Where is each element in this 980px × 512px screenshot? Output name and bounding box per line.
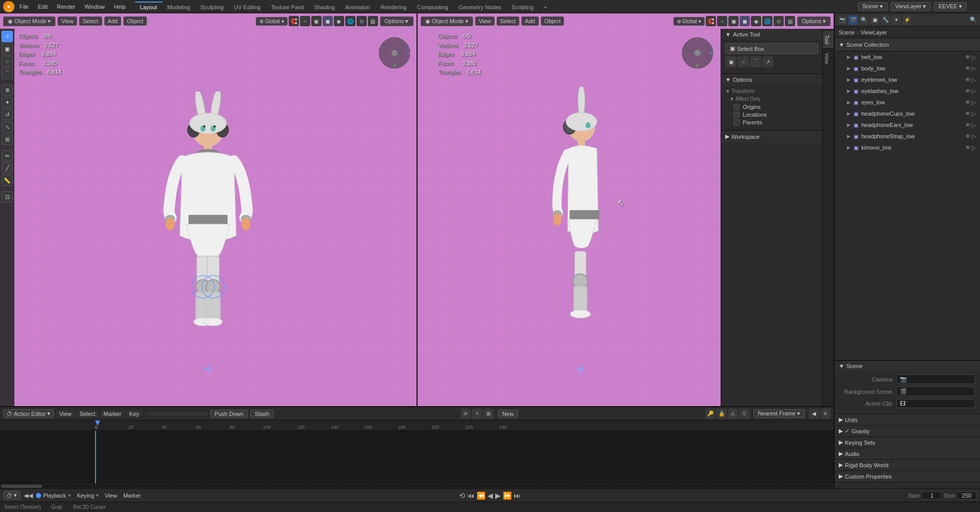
- scene-breadcrumb[interactable]: Scene: [839, 29, 855, 35]
- engine-selector[interactable]: EEVEE ▾: [934, 2, 967, 11]
- sp-custom-header[interactable]: ▶ Custom Properties: [835, 471, 980, 482]
- tool-select-lasso[interactable]: ⌒: [2, 68, 13, 79]
- tab-add[interactable]: +: [539, 2, 552, 12]
- ae-scrollbar[interactable]: [0, 483, 834, 488]
- ae-scroll-track[interactable]: [1, 485, 833, 488]
- tool-icon-lasso[interactable]: ⌒: [750, 56, 761, 67]
- sc-item-eyelashes[interactable]: ▶ ▣ eyelashes_low 👁 ▷: [835, 85, 980, 97]
- pb-play-btn[interactable]: ▶: [495, 491, 501, 500]
- ae-action-field[interactable]: [146, 413, 208, 415]
- bb-end-field[interactable]: 250: [956, 491, 977, 500]
- ae-view-btn[interactable]: View: [56, 410, 74, 417]
- tool-icon-select[interactable]: ▣: [725, 56, 737, 67]
- tool-measure[interactable]: 📏: [2, 175, 13, 186]
- ae-content[interactable]: [0, 431, 834, 483]
- menu-file[interactable]: File: [15, 3, 33, 11]
- vp-left-select-btn[interactable]: Select: [79, 16, 102, 26]
- vp-right-prop-btn[interactable]: ○: [717, 16, 727, 26]
- ae-push-down-btn[interactable]: Push Down: [210, 410, 248, 418]
- shading-wire[interactable]: ▣: [311, 16, 322, 26]
- vp-right-object-btn[interactable]: Object: [541, 16, 564, 26]
- parents-cb[interactable]: [733, 119, 740, 125]
- ae-lock-icon[interactable]: 🔒: [717, 409, 727, 419]
- sp-scene-header[interactable]: ▼ Scene: [835, 361, 980, 371]
- ae-settings-btn[interactable]: ≡: [820, 409, 831, 419]
- pb-step-back-btn[interactable]: ⏪: [477, 491, 485, 500]
- ae-collapse-btn[interactable]: ◀: [809, 409, 819, 419]
- tool-icon-tweak[interactable]: ↗: [762, 56, 774, 67]
- overlay-btn[interactable]: ⊙: [356, 16, 367, 26]
- ae-filter-funnel[interactable]: ▽: [739, 409, 749, 419]
- shading-material[interactable]: ◉: [334, 16, 344, 26]
- tab-rendering[interactable]: Rendering: [375, 2, 412, 12]
- sc-icon-scene[interactable]: 🎬: [849, 15, 858, 25]
- viewlayer-selector[interactable]: ViewLayer ▾: [891, 2, 931, 11]
- vp-left-mode-btn[interactable]: ◉ Object Mode ▾: [3, 16, 55, 26]
- ae-sync-btn[interactable]: ⟳: [461, 409, 471, 419]
- ae-stash-btn[interactable]: Stash: [250, 410, 274, 418]
- tool-rotate[interactable]: ↺: [2, 109, 13, 120]
- tool-add[interactable]: ⊡: [2, 191, 13, 203]
- tool-cursor[interactable]: ✛: [2, 31, 13, 42]
- sc-item-headphone-strap[interactable]: ▶ ▣ headphoneStrap_low 👁 ▷: [835, 131, 980, 142]
- sc-item-body[interactable]: ▶ ▣ body_low 👁 ▷: [835, 63, 980, 74]
- origins-cb[interactable]: [733, 104, 740, 110]
- bb-start-field[interactable]: 1: [921, 491, 942, 500]
- sp-gravity-header[interactable]: ▶ ✓ Gravity: [835, 426, 980, 436]
- workspace-header[interactable]: ▶ Workspace: [721, 131, 822, 142]
- pb-jump-end-btn[interactable]: ⏭: [514, 491, 521, 500]
- tool-move[interactable]: ✦: [2, 97, 13, 108]
- sc-icon-phys[interactable]: ⚡: [902, 15, 912, 25]
- sp-keying-header[interactable]: ▶ Keying Sets: [835, 437, 980, 448]
- pb-sync-icon[interactable]: ⟲: [459, 491, 465, 500]
- camera-gizmo-right[interactable]: Y X Z: [680, 35, 715, 71]
- sc-icon-view[interactable]: 🔍: [859, 15, 869, 25]
- sc-icon-obj[interactable]: ▣: [870, 15, 879, 25]
- vp-right-view-btn[interactable]: View: [475, 16, 495, 26]
- ae-filter-btn[interactable]: +: [472, 409, 482, 419]
- sc-search-btn[interactable]: 🔍: [970, 16, 977, 23]
- pb-jump-start-btn[interactable]: ⏮: [467, 491, 475, 500]
- sc-item-headphone-cups[interactable]: ▶ ▣ headphoneCups_low 👁 ▷: [835, 108, 980, 119]
- bb-editor-type[interactable]: ⏱ ▾: [3, 491, 21, 500]
- vp-right-xray-btn[interactable]: ▧: [785, 16, 795, 26]
- pivot-dropdown[interactable]: ⊕ Global ▾: [256, 17, 287, 26]
- ae-marker-btn[interactable]: Marker: [101, 410, 124, 417]
- vp-right-options-btn[interactable]: Options ▾: [797, 16, 831, 26]
- active-tool-name-btn[interactable]: ▣ Select Box: [725, 43, 818, 54]
- ae-ruler[interactable]: 0 20 40 60 80 100 120 140 160 180 200 22…: [0, 420, 834, 431]
- vp-right-shading-solid[interactable]: ◼: [740, 16, 750, 26]
- vp-right-pivot-dropdown[interactable]: ⊕ Global ▾: [673, 17, 705, 26]
- sp-active-clip-field[interactable]: 🎞: [896, 399, 975, 408]
- vp-left-view-btn[interactable]: View: [58, 16, 77, 26]
- sc-icon-particle[interactable]: ✦: [892, 15, 901, 25]
- vp-right-shading-render[interactable]: 🌐: [762, 16, 772, 26]
- vp-left-object-btn[interactable]: Object: [123, 16, 147, 26]
- viewport-right[interactable]: ◉ Object Mode ▾ View Select Add Object ⊕…: [418, 13, 834, 406]
- sc-item-belt[interactable]: ▶ ▣ belt_low 👁 ▷: [835, 51, 980, 63]
- pb-step-forward-btn[interactable]: ⏩: [503, 491, 512, 500]
- sp-units-header[interactable]: ▶ Units: [835, 414, 980, 425]
- tab-uv-editing[interactable]: UV Editing: [229, 2, 266, 12]
- vp-right-overlay-btn[interactable]: ⊙: [774, 16, 784, 26]
- ae-type-dropdown[interactable]: ⏱ Action Editor ▾: [3, 409, 54, 418]
- vp-right-mode-btn[interactable]: ◉ Object Mode ▾: [421, 16, 473, 26]
- scene-selector[interactable]: Scene ▾: [858, 2, 888, 11]
- xray-btn[interactable]: ▧: [368, 16, 378, 26]
- locations-cb[interactable]: [733, 112, 740, 118]
- ae-new-btn[interactable]: New: [498, 410, 518, 418]
- sc-item-headphone-ears[interactable]: ▶ ▣ headphoneEars_low 👁 ▷: [835, 119, 980, 131]
- sc-item-eyebrows[interactable]: ▶ ▣ eyebrows_low 👁 ▷: [835, 74, 980, 85]
- bb-playback-dropdown[interactable]: ▾: [68, 492, 71, 498]
- shading-solid[interactable]: ◼: [323, 16, 333, 26]
- sc-item-kimono[interactable]: ▶ ▣ kimono_low 👁 ▷: [835, 142, 980, 153]
- vp-right-add-btn[interactable]: Add: [521, 16, 539, 26]
- tool-cursor2[interactable]: ⊕: [2, 84, 13, 96]
- vp-right-snap-btn[interactable]: 🧲: [706, 16, 716, 26]
- snap-btn[interactable]: 🧲: [289, 16, 299, 26]
- sc-item-eyes[interactable]: ▶ ▣ eyes_low 👁 ▷: [835, 97, 980, 108]
- sc-icon-modifier[interactable]: 🔧: [881, 15, 890, 25]
- tool-scale[interactable]: ⤡: [2, 121, 13, 133]
- viewport-left[interactable]: ◉ Object Mode ▾ View Select Add Object ⊕…: [0, 13, 418, 406]
- ae-channel-btn[interactable]: ⊞: [483, 409, 494, 419]
